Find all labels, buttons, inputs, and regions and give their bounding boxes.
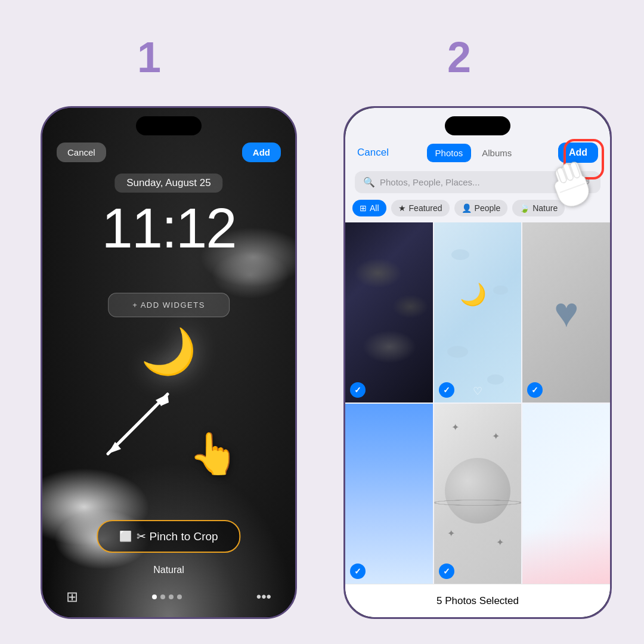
planet-ring: [434, 500, 522, 506]
add-widgets-button[interactable]: + ADD WIDGETS: [108, 293, 230, 317]
star-2: ✦: [492, 431, 500, 442]
check-4: ✓: [350, 564, 366, 579]
check-2: ✓: [439, 382, 454, 398]
step2-number: 2: [447, 33, 471, 82]
toolbar-dots: [152, 595, 182, 599]
add-button[interactable]: Add: [242, 143, 281, 162]
planet-sphere: [445, 458, 510, 524]
person-icon: 👤: [462, 203, 472, 213]
leaf-icon: 🍃: [519, 203, 530, 213]
more-icon[interactable]: •••: [256, 589, 271, 605]
lockscreen-time: 11:12: [101, 196, 236, 261]
pinch-to-crop-button[interactable]: ⬜ ✂ Pinch to Crop: [97, 520, 240, 553]
star-4: ✦: [496, 537, 504, 548]
natural-label: Natural: [153, 565, 184, 575]
heart-1: ♡: [473, 385, 482, 398]
grid-icon[interactable]: ⊞: [66, 589, 78, 605]
moon-in-photo: 🌙: [460, 282, 487, 307]
pinch-to-crop-label: ✂ Pinch to Crop: [137, 530, 218, 543]
cancel-button[interactable]: Cancel: [57, 143, 106, 162]
filter-people-label: People: [475, 203, 501, 213]
filter-chips: ⊞ All ★ Featured 👤 People 🍃 Nature: [352, 200, 565, 216]
p2-cancel-button[interactable]: Cancel: [357, 147, 389, 159]
photo-cell-3[interactable]: ♥ ✓: [522, 222, 610, 402]
phone2-dynamic-island: [445, 116, 510, 135]
photo-cell-1[interactable]: ✓: [345, 222, 433, 402]
photo-cell-4[interactable]: ✓: [345, 404, 433, 584]
hand-gesture-icon: 👆: [188, 430, 239, 478]
p2-tabs: Photos Albums: [427, 144, 521, 162]
phone1-topbar: Cancel Add: [42, 143, 295, 162]
albums-tab[interactable]: Albums: [473, 144, 520, 162]
photo-grid: ✓ 🌙 ✓ ♡ ♥ ✓ ✓: [345, 222, 610, 584]
photos-tab[interactable]: Photos: [427, 144, 472, 162]
star-icon: ★: [398, 203, 406, 213]
dynamic-island: [136, 116, 202, 135]
search-icon: 🔍: [363, 177, 375, 188]
pinch-arrows-svg: [72, 358, 203, 490]
grid-icon-sm: ⊞: [360, 203, 367, 213]
photo-selected-bar: 5 Photos Selected: [345, 584, 610, 617]
lockscreen-date: Sunday, August 25: [114, 174, 222, 193]
phone1-toolbar: ⊞ •••: [42, 589, 295, 605]
star-3: ✦: [447, 528, 455, 539]
photo-cell-2[interactable]: 🌙 ✓ ♡: [434, 222, 522, 402]
star-1: ✦: [451, 422, 459, 433]
filter-all-chip[interactable]: ⊞ All: [352, 200, 386, 216]
filter-nature-label: Nature: [532, 203, 558, 213]
phone2-frame: Cancel Photos Albums Add 🔍 Photos, Peopl…: [343, 106, 612, 619]
check-1: ✓: [350, 382, 366, 398]
filter-all-label: All: [370, 203, 379, 213]
filter-people-chip[interactable]: 👤 People: [454, 200, 508, 216]
crop-icon: ⬜: [119, 530, 132, 543]
check-5: ✓: [439, 564, 454, 579]
photos-selected-text: 5 Photos Selected: [436, 595, 519, 607]
check-3: ✓: [527, 382, 543, 398]
filter-featured-label: Featured: [409, 203, 442, 213]
photo-cell-6[interactable]: [522, 404, 610, 584]
photo-cell-5[interactable]: ✦ ✦ ✦ ✦ ✓: [434, 404, 522, 584]
step1-number: 1: [137, 33, 161, 82]
filter-featured-chip[interactable]: ★ Featured: [391, 200, 450, 216]
heart-shape: ♥: [554, 289, 579, 336]
phone1-frame: Cancel Add Sunday, August 25 11:12 + ADD…: [41, 106, 297, 619]
